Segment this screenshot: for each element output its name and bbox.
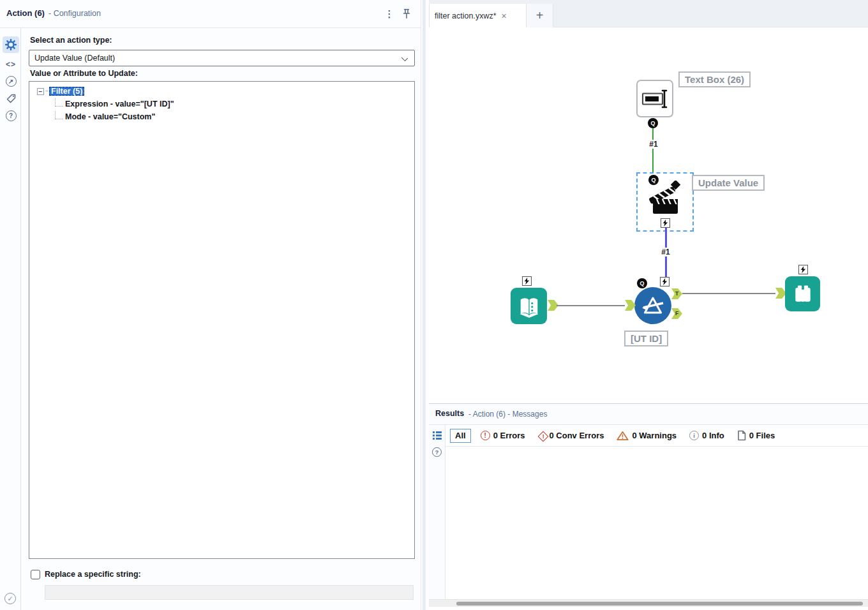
tree-row-root[interactable]: − ·· Filter (5) xyxy=(37,85,414,98)
action-bolt-anchor[interactable] xyxy=(798,265,808,274)
info-circle-icon: i xyxy=(689,431,699,440)
replace-string-label: Replace a specific string: xyxy=(45,570,141,579)
file-icon xyxy=(737,430,746,441)
text-box-icon xyxy=(641,88,668,110)
attribute-tree: − ·· Filter (5) Expression - value="[UT … xyxy=(29,81,415,559)
filter-label: 0 Warnings xyxy=(632,431,677,440)
configuration-panel: Action (6) - Configuration ⋮ xyxy=(0,0,421,610)
workflow-tab-bar: filter action.yxwz* × + xyxy=(429,0,868,27)
connection-green[interactable] xyxy=(652,128,654,174)
open-example-icon[interactable]: ↗ xyxy=(3,73,19,89)
panel-subtitle: - Configuration xyxy=(49,9,101,18)
chevron-down-icon xyxy=(401,55,408,61)
validation-check-icon: ✓ xyxy=(4,593,16,604)
action-bolt-anchor[interactable] xyxy=(660,277,670,286)
filter-errors-button[interactable]: ! 0 Errors xyxy=(481,431,528,440)
gear-icon[interactable] xyxy=(3,36,19,53)
results-toolbar: All ! 0 Errors ! 0 Conv Errors 0 Warning… xyxy=(445,425,868,447)
results-message-area[interactable] xyxy=(445,447,868,599)
question-anchor[interactable]: Q xyxy=(648,175,659,185)
filter-label: 0 Files xyxy=(749,431,775,440)
tree-row-mode[interactable]: Mode - value="Custom" xyxy=(55,110,414,123)
error-circle-icon: ! xyxy=(481,431,490,440)
configuration-header: Action (6) - Configuration ⋮ xyxy=(0,0,421,28)
tree-root-label[interactable]: Filter (5) xyxy=(49,87,84,96)
action-type-value: Update Value (Default) xyxy=(34,54,115,63)
connection-label: #1 xyxy=(645,140,662,149)
message-list-icon[interactable] xyxy=(432,430,442,443)
scrollbar-thumb[interactable] xyxy=(456,602,863,606)
replace-string-checkbox[interactable] xyxy=(31,570,40,579)
new-tab-button[interactable]: + xyxy=(527,4,553,27)
filter-warnings-button[interactable]: 0 Warnings xyxy=(617,431,680,441)
filter-files-button[interactable]: 0 Files xyxy=(737,430,778,441)
connection-gray[interactable] xyxy=(682,293,775,294)
error-diamond-icon: ! xyxy=(537,431,548,442)
action-bolt-anchor[interactable] xyxy=(661,218,670,228)
results-header: Results - Action (6) - Messages xyxy=(429,404,868,425)
help-icon[interactable]: ? xyxy=(3,107,19,124)
true-output-anchor[interactable]: T xyxy=(671,288,682,299)
tag-icon[interactable] xyxy=(3,90,19,107)
question-anchor[interactable]: Q xyxy=(648,118,658,128)
pin-icon[interactable] xyxy=(401,8,414,20)
tree-child-label[interactable]: Mode - value="Custom" xyxy=(65,112,155,121)
filter-all-button[interactable]: All xyxy=(450,429,471,443)
help-icon[interactable]: ? xyxy=(432,447,442,457)
filter-label: 0 Conv Errors xyxy=(550,431,604,440)
kebab-menu-icon[interactable]: ⋮ xyxy=(383,8,396,20)
filter-label: 0 Errors xyxy=(493,431,525,440)
action-bolt-anchor[interactable] xyxy=(522,276,532,286)
input-anchor[interactable] xyxy=(625,300,636,311)
alteryx-designer-window: Action (6) - Configuration ⋮ xyxy=(0,0,868,610)
close-icon[interactable]: × xyxy=(502,11,507,20)
lightning-icon xyxy=(800,266,806,273)
tool-input-data[interactable] xyxy=(511,288,547,324)
replace-string-field[interactable] xyxy=(45,585,414,600)
lightning-icon xyxy=(524,278,530,285)
tool-filter[interactable] xyxy=(634,287,671,324)
browse-binoculars-icon xyxy=(791,283,814,306)
panel-splitter[interactable] xyxy=(423,0,426,610)
tree-elbow-icon xyxy=(55,111,63,119)
attribute-label: Value or Attribute to Update: xyxy=(30,69,138,78)
false-output-anchor[interactable]: F xyxy=(671,308,682,319)
panel-title: Action (6) xyxy=(6,8,45,18)
input-data-book-icon xyxy=(517,294,541,318)
tree-collapse-icon[interactable]: − xyxy=(37,88,44,95)
tree-child-label[interactable]: Expression - value="[UT ID]" xyxy=(65,100,174,108)
filter-info-button[interactable]: i 0 Info xyxy=(689,431,728,440)
warning-triangle-icon xyxy=(617,431,629,441)
filter-funnel-icon xyxy=(641,295,664,316)
connection-gray[interactable] xyxy=(557,305,625,306)
filter-conv-errors-button[interactable]: ! 0 Conv Errors xyxy=(538,431,608,440)
connection-label: #1 xyxy=(657,248,675,257)
tree-row-expression[interactable]: Expression - value="[UT ID]" xyxy=(55,98,414,110)
lightning-icon xyxy=(662,219,668,227)
tree-elbow-icon xyxy=(55,98,63,107)
tool-browse[interactable] xyxy=(785,276,820,311)
tool-text-box[interactable] xyxy=(636,80,673,117)
lightning-icon xyxy=(662,278,668,285)
text-box-annotation[interactable]: Text Box (26) xyxy=(678,71,751,87)
config-icon-strip: <> ↗ ? ✓ xyxy=(0,28,21,610)
horizontal-scrollbar xyxy=(429,599,868,607)
results-subtitle: - Action (6) - Messages xyxy=(468,410,547,419)
results-icon-strip: ? xyxy=(429,425,445,599)
code-icon[interactable]: <> xyxy=(3,56,19,73)
question-anchor[interactable]: Q xyxy=(637,278,647,288)
update-value-annotation[interactable]: Update Value xyxy=(692,175,765,191)
update-value-icon xyxy=(648,181,683,215)
workflow-canvas[interactable]: Text Box (26) Q #1 xyxy=(429,27,868,403)
tab-title: filter action.yxwz* xyxy=(435,11,497,20)
filter-annotation[interactable]: [UT ID] xyxy=(624,331,668,346)
filter-label: 0 Info xyxy=(702,431,724,440)
results-title: Results xyxy=(435,409,464,418)
results-panel: Results - Action (6) - Messages ? All ! … xyxy=(429,403,868,610)
action-type-select[interactable]: Update Value (Default) xyxy=(29,50,415,66)
tab-filter-action[interactable]: filter action.yxwz* × xyxy=(429,4,527,28)
action-type-label: Select an action type: xyxy=(30,36,112,45)
